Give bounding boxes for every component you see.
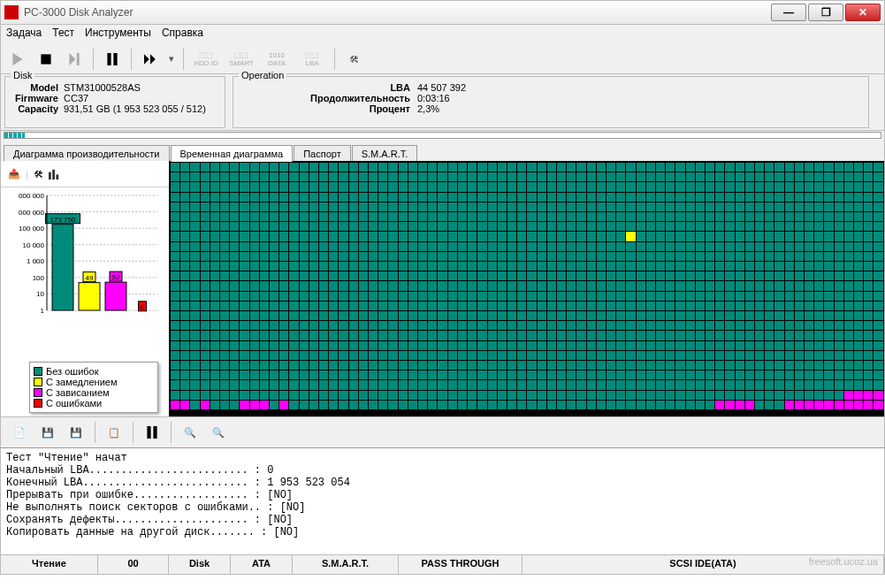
pause-log-button[interactable] [139,421,165,444]
cap-value: 931,51 GB (1 953 523 055 / 512) [64,103,206,114]
left-panel: 📤 | 🛠 1101001 00010 000100 000000 000000… [1,161,169,416]
svg-text:000 000: 000 000 [19,192,44,200]
status-bar: Чтение 00 Disk ATA S.M.A.R.T. PASS THROU… [0,555,885,575]
log-toolbar: 📄 💾 💾 📋 🔍 🔍 [0,417,885,447]
op-legend: Operation [239,70,286,80]
svg-text:100 000: 100 000 [19,225,44,233]
svg-rect-5 [52,169,55,179]
cap-label: Capacity [12,103,64,114]
svg-text:10: 10 [36,290,44,298]
svg-text:1: 1 [41,307,45,315]
histogram-chart: 1101001 00010 000100 000000 000000 00017… [1,187,169,360]
lba-button[interactable]: ⬚⬚LBA [295,48,329,71]
copy-button[interactable]: 📋 [101,421,127,444]
svg-text:10 000: 10 000 [23,241,45,249]
menu-tools[interactable]: Инструменты [85,27,151,42]
stop-button[interactable] [33,48,59,71]
status-ata: ATA [231,555,293,574]
tab-performance[interactable]: Диаграмма производительности [4,145,170,162]
status-disk: Disk [169,555,231,574]
pause-button[interactable] [99,48,126,71]
svg-text:100: 100 [33,274,45,282]
export-icon[interactable]: 📤 [8,168,20,179]
tab-bar: Диаграмма производительности Временная д… [0,140,885,161]
svg-text:0: 0 [141,303,145,311]
barchart-icon[interactable] [49,167,61,181]
tool-icon[interactable]: 🛠 [34,169,43,179]
svg-rect-3 [113,53,117,65]
lba-label: LBA [240,82,417,93]
chart-toolbar: 📤 | 🛠 [1,161,169,187]
legend-hang: С зависанием [46,387,110,398]
fw-value: CC37 [64,93,88,103]
tab-time-diagram[interactable]: Временная диаграмма [171,145,294,162]
tab-smart[interactable]: S.M.A.R.T. [352,145,418,162]
hddid-button[interactable]: ⬚⬚HDD ID [189,48,223,71]
svg-rect-36 [147,426,150,439]
svg-rect-23 [52,225,73,310]
tab-passport[interactable]: Паспорт [294,145,351,162]
status-00: 00 [98,555,169,574]
progress-bar [0,131,885,140]
disk-fieldset: Disk ModelSTM31000528AS FirmwareCC37 Cap… [4,76,225,128]
legend-box: Без ошибок С замедлением С зависанием С … [29,362,158,413]
legend-err: С ошибками [46,398,102,409]
play-button[interactable] [4,48,31,71]
titlebar: PC-3000 Disk Analyzer — ❐ ✕ [0,0,885,25]
pct-label: Процент [240,103,417,114]
tools-icon[interactable]: 🛠 [340,48,367,71]
svg-rect-4 [49,172,51,179]
ff-button[interactable] [137,48,164,71]
legend-slow: С замедлением [46,377,117,387]
app-icon [4,5,19,19]
main-area: 📤 | 🛠 1101001 00010 000100 000000 000000… [0,161,885,417]
model-label: Model [12,82,64,93]
data-button[interactable]: 1010DATA [260,48,294,71]
dur-value: 0:03:16 [417,93,450,103]
svg-rect-29 [105,282,126,310]
svg-text:000 000: 000 000 [19,209,44,217]
svg-rect-0 [41,54,50,64]
fw-label: Firmware [12,93,64,103]
watermark: freesoft.ucoz.ua [809,556,878,567]
new-log-button[interactable]: 📄 [6,421,33,444]
status-passthrough: PASS THROUGH [399,555,523,574]
disk-legend: Disk [11,70,34,80]
smart-button[interactable]: ⬚⬚SMART [225,48,258,71]
saveas-log-button[interactable]: 💾 [63,421,89,444]
sector-grid [169,161,884,416]
operation-fieldset: Operation LBA44 507 392 Продолжительност… [233,76,869,128]
info-bar: Disk ModelSTM31000528AS FirmwareCC37 Cap… [0,74,885,131]
find-button[interactable]: 🔍 [177,421,203,444]
dur-label: Продолжительность [240,93,417,103]
svg-text:49: 49 [86,274,94,282]
log-panel[interactable]: Тест "Чтение" начат Начальный LBA.......… [0,447,885,555]
svg-text:173 750: 173 750 [50,216,76,224]
lba-value: 44 507 392 [417,82,466,93]
legend-ok: Без ошибок [46,366,99,377]
menu-help[interactable]: Справка [162,27,203,42]
save-log-button[interactable]: 💾 [34,421,61,444]
close-button[interactable]: ✕ [845,4,881,21]
pct-value: 2,3% [417,103,439,114]
status-read: Чтение [1,555,98,574]
ff-dropdown[interactable]: ▾ [165,48,178,71]
step-button[interactable] [61,48,88,71]
svg-rect-2 [107,53,111,65]
maximize-button[interactable]: ❐ [808,4,843,21]
main-toolbar: ▾ ⬚⬚HDD ID ⬚⬚SMART 1010DATA ⬚⬚LBA 🛠 [0,44,885,74]
minimize-button[interactable]: — [771,4,806,21]
svg-text:1 000: 1 000 [27,257,45,265]
menubar: Задача Тест Инструменты Справка [0,25,885,44]
svg-text:52: 52 [112,273,120,281]
svg-rect-37 [153,426,156,439]
find-next-button[interactable]: 🔍 [205,421,232,444]
svg-rect-26 [79,283,100,310]
status-smart: S.M.A.R.T. [293,555,399,574]
progress-fill [4,133,25,138]
svg-rect-1 [77,53,80,65]
window-title: PC-3000 Disk Analyzer [24,6,771,19]
menu-task[interactable]: Задача [6,27,42,42]
menu-test[interactable]: Тест [52,27,74,42]
model-value: STM31000528AS [64,82,141,93]
